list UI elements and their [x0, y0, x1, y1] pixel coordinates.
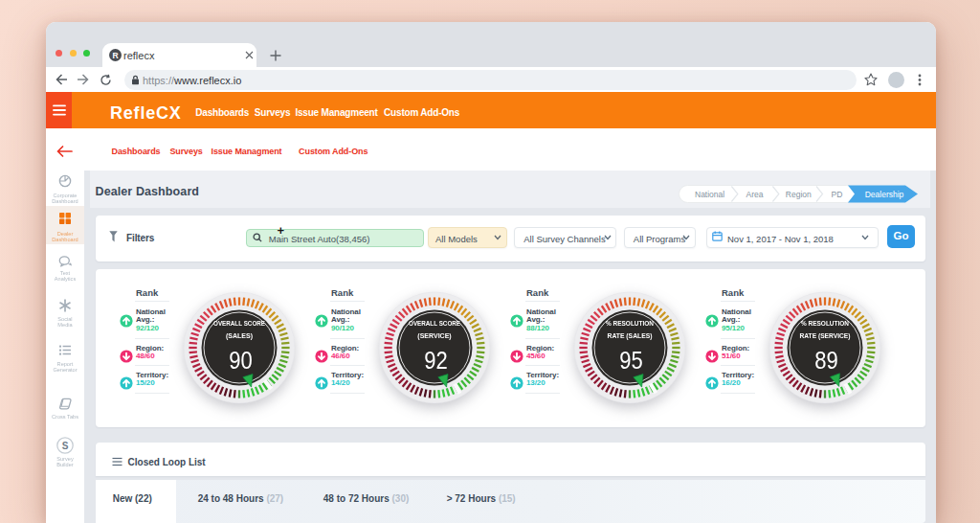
svg-text:RATE (SERVICE): RATE (SERVICE): [800, 332, 851, 340]
svg-text:(SERVICE): (SERVICE): [417, 332, 451, 340]
svg-text:PD: PD: [832, 190, 843, 199]
svg-text:90: 90: [229, 347, 253, 374]
svg-text:92: 92: [424, 347, 448, 374]
svg-text:89: 89: [814, 347, 838, 374]
svg-text:% RESOLUTION: % RESOLUTION: [606, 320, 654, 327]
svg-text:RATE (SALES): RATE (SALES): [608, 332, 653, 340]
svg-text:Dealership: Dealership: [865, 190, 904, 199]
svg-text:OVERALL SCORE: OVERALL SCORE: [213, 320, 265, 327]
svg-text:S: S: [62, 441, 69, 451]
svg-text:(SALES): (SALES): [226, 332, 253, 340]
svg-text:R: R: [112, 51, 118, 60]
svg-text:95: 95: [619, 347, 643, 374]
svg-text:National: National: [695, 190, 724, 199]
svg-text:% RESOLUTION: % RESOLUTION: [801, 320, 849, 327]
svg-text:Area: Area: [746, 190, 764, 199]
svg-text:OVERALL SCORE: OVERALL SCORE: [409, 320, 460, 327]
svg-text:Region: Region: [786, 190, 812, 199]
